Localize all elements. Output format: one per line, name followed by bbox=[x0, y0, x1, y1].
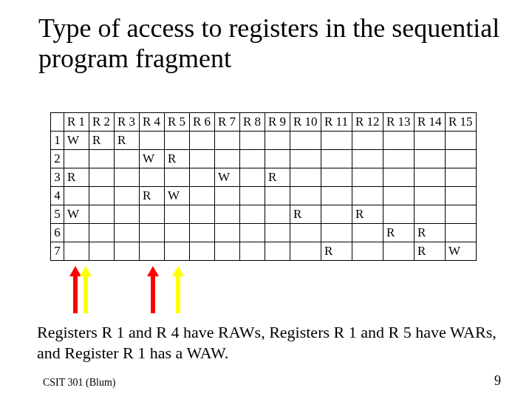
col-header: R 6 bbox=[190, 113, 215, 132]
cell bbox=[140, 224, 165, 242]
cell bbox=[89, 205, 115, 224]
cell: R bbox=[321, 242, 352, 261]
cell bbox=[140, 168, 165, 187]
cell bbox=[240, 168, 265, 187]
cell bbox=[64, 150, 89, 168]
cell: R bbox=[415, 224, 446, 242]
cell bbox=[165, 132, 190, 150]
cell bbox=[89, 168, 115, 187]
cell: W bbox=[64, 205, 89, 224]
cell bbox=[265, 150, 290, 168]
cell bbox=[446, 205, 477, 224]
cell: R bbox=[290, 205, 321, 224]
cell: R bbox=[352, 205, 383, 224]
row-header: 2 bbox=[51, 150, 64, 168]
cell bbox=[190, 132, 215, 150]
cell bbox=[352, 224, 383, 242]
cell bbox=[383, 168, 415, 187]
col-header: R 7 bbox=[215, 113, 240, 132]
table-row: 3RWR bbox=[51, 168, 477, 187]
cell bbox=[446, 224, 477, 242]
table-row: 2WR bbox=[51, 150, 477, 168]
arrow-r1-yellow-icon bbox=[81, 267, 90, 313]
col-header: R 1 bbox=[64, 113, 89, 132]
cell bbox=[190, 242, 215, 261]
col-header: R 12 bbox=[352, 113, 383, 132]
cell bbox=[321, 150, 352, 168]
col-header: R 10 bbox=[290, 113, 321, 132]
cell bbox=[165, 205, 190, 224]
cell bbox=[240, 132, 265, 150]
table-row: 5WRR bbox=[51, 205, 477, 224]
row-header: 6 bbox=[51, 224, 64, 242]
cell bbox=[115, 205, 140, 224]
cell bbox=[446, 132, 477, 150]
page-title: Type of access to registers in the seque… bbox=[38, 13, 502, 75]
cell bbox=[190, 205, 215, 224]
col-header: R 4 bbox=[140, 113, 165, 132]
col-header: R 9 bbox=[265, 113, 290, 132]
cell bbox=[415, 187, 446, 205]
cell bbox=[383, 187, 415, 205]
cell bbox=[383, 132, 415, 150]
cell bbox=[140, 242, 165, 261]
cell: W bbox=[140, 150, 165, 168]
cell bbox=[446, 150, 477, 168]
cell bbox=[321, 187, 352, 205]
cell: R bbox=[140, 187, 165, 205]
corner-cell bbox=[51, 113, 64, 132]
cell bbox=[165, 168, 190, 187]
footer-course: CSIT 301 (Blum) bbox=[43, 377, 116, 389]
cell bbox=[290, 187, 321, 205]
cell bbox=[415, 150, 446, 168]
cell bbox=[140, 205, 165, 224]
col-header: R 13 bbox=[383, 113, 415, 132]
cell: W bbox=[215, 168, 240, 187]
cell bbox=[290, 242, 321, 261]
cell bbox=[190, 187, 215, 205]
cell bbox=[240, 242, 265, 261]
cell bbox=[115, 187, 140, 205]
row-header: 1 bbox=[51, 132, 64, 150]
hazard-arrows bbox=[50, 260, 508, 313]
cell bbox=[89, 187, 115, 205]
cell bbox=[352, 168, 383, 187]
cell: W bbox=[446, 242, 477, 261]
table-row: 4RW bbox=[51, 187, 477, 205]
cell: R bbox=[383, 224, 415, 242]
cell: R bbox=[415, 242, 446, 261]
cell bbox=[415, 168, 446, 187]
col-header: R 15 bbox=[446, 113, 477, 132]
cell bbox=[115, 242, 140, 261]
cell bbox=[383, 150, 415, 168]
cell bbox=[352, 150, 383, 168]
cell: R bbox=[89, 132, 115, 150]
cell bbox=[352, 242, 383, 261]
table-row: 7RRW bbox=[51, 242, 477, 261]
cell bbox=[190, 168, 215, 187]
cell bbox=[215, 150, 240, 168]
cell bbox=[265, 242, 290, 261]
row-header: 7 bbox=[51, 242, 64, 261]
cell bbox=[140, 132, 165, 150]
cell bbox=[446, 168, 477, 187]
cell bbox=[215, 205, 240, 224]
cell bbox=[290, 168, 321, 187]
cell bbox=[190, 150, 215, 168]
col-header: R 5 bbox=[165, 113, 190, 132]
cell bbox=[265, 205, 290, 224]
cell: R bbox=[265, 168, 290, 187]
col-header: R 2 bbox=[89, 113, 115, 132]
cell bbox=[290, 132, 321, 150]
cell bbox=[64, 242, 89, 261]
register-table-wrap: R 1 R 2 R 3 R 4 R 5 R 6 R 7 R 8 R 9 R 10… bbox=[50, 112, 477, 261]
col-header: R 14 bbox=[415, 113, 446, 132]
arrow-r4-red-icon bbox=[149, 267, 157, 313]
col-header: R 8 bbox=[240, 113, 265, 132]
caption-text: Registers R 1 and R 4 have RAWs, Registe… bbox=[37, 322, 502, 363]
cell bbox=[115, 168, 140, 187]
cell bbox=[115, 150, 140, 168]
row-header: 5 bbox=[51, 205, 64, 224]
cell bbox=[89, 242, 115, 261]
cell bbox=[240, 224, 265, 242]
